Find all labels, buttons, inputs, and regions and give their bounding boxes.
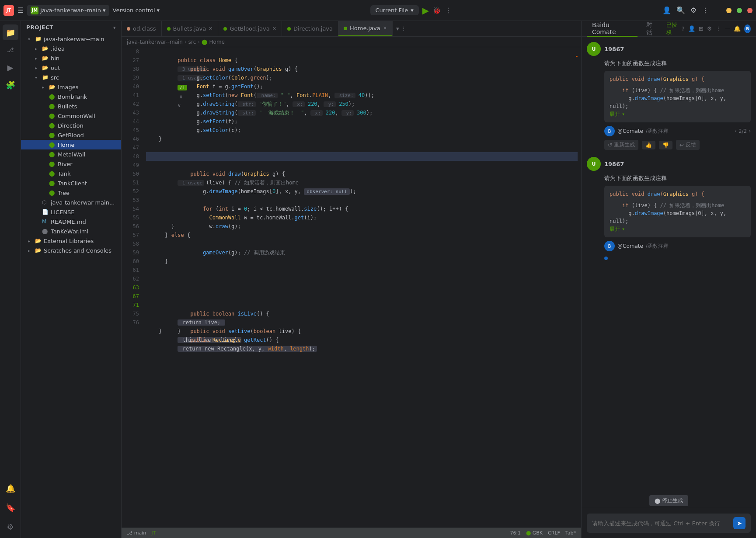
sidebar-item-tree[interactable]: ▸ ⬤ Tree <box>21 188 121 198</box>
tab-getblood[interactable]: GetBlood.java ✕ <box>218 21 282 36</box>
sidebar-item-scratches[interactable]: ▸ 📂 Scratches and Consoles <box>21 246 121 255</box>
sidebar-item-out[interactable]: ▸ 📂 out <box>21 63 121 73</box>
tab-direction[interactable]: Direction.java <box>282 21 338 36</box>
grid-icon[interactable]: ⊞ <box>699 25 704 32</box>
sidebar-item-home[interactable]: ▸ ⬤ Home <box>21 140 121 149</box>
prev-icon[interactable]: ‹ <box>735 128 737 134</box>
status-line-ending[interactable]: CRLF <box>548 530 560 536</box>
hamburger-icon[interactable]: ☰ <box>17 6 24 14</box>
activity-item-bookmark[interactable]: 🔖 <box>3 500 18 515</box>
title-center: Current File ▾ ▶ 🐞 ⋮ <box>163 5 659 16</box>
account-icon[interactable]: 👤 <box>662 6 671 14</box>
breadcrumb-item[interactable]: java-tankerwar--main <box>127 39 183 45</box>
sidebar-item-idea[interactable]: ▸ 📂 .idea <box>21 44 121 53</box>
tab-close-icon[interactable]: ✕ <box>383 25 387 31</box>
sidebar-item-commonwall[interactable]: ▸ ⬤ CommonWall <box>21 111 121 121</box>
code-line: } <box>146 135 578 143</box>
sidebar-item-bombtank[interactable]: ▸ ⬤ BombTank <box>21 92 121 101</box>
tab-bodclass[interactable]: od.class <box>122 21 162 36</box>
expand-button[interactable]: 展开 ▾ <box>610 225 746 233</box>
activity-item-git[interactable]: ⎇ <box>3 42 18 58</box>
status-indentation[interactable]: Tab* <box>565 530 576 536</box>
tab-close-icon[interactable]: ✕ <box>209 26 213 31</box>
tab-close-icon[interactable]: ✕ <box>272 26 276 31</box>
sidebar-item-bullets[interactable]: ▸ ⬤ Bullets <box>21 101 121 111</box>
dislike-button[interactable]: 👎 <box>659 141 672 149</box>
panel-tab-duihua[interactable]: 对话 <box>641 21 663 37</box>
sidebar-item-src[interactable]: ▾ 📁 src <box>21 73 121 82</box>
tab-overflow-menu[interactable]: ▾ ⋮ <box>393 21 410 36</box>
panel-tab-baidu[interactable]: Baidu Comate <box>587 21 638 37</box>
minimize-button[interactable] <box>726 8 732 13</box>
play-button[interactable]: ▶ <box>422 5 429 16</box>
expand-button[interactable]: 展开 ▾ <box>610 110 746 118</box>
code-content[interactable]: public class Home { 3 usages ▲5 ✓1 ∧ ∨ p… <box>143 47 581 528</box>
chat-input[interactable] <box>592 520 730 527</box>
settings-icon[interactable]: ⚙ <box>690 6 697 14</box>
sidebar-item-external[interactable]: ▸ 📂 External Libraries <box>21 236 121 246</box>
java-file-icon: ⬤ <box>49 161 56 167</box>
sidebar-item-readme[interactable]: ▸ M README.md <box>21 217 121 226</box>
run-config[interactable]: Current File ▾ <box>370 5 419 15</box>
code-line <box>146 274 578 283</box>
activity-item-extensions[interactable]: 🧩 <box>3 77 18 93</box>
question-icon[interactable]: ? <box>682 25 685 32</box>
sidebar-item-bin[interactable]: ▸ 📂 bin <box>21 53 121 63</box>
close-button[interactable] <box>747 8 753 13</box>
notification-icon[interactable]: 🔔 <box>734 25 741 32</box>
version-control-button[interactable]: Version control ▾ <box>113 7 160 14</box>
feedback-button[interactable]: ↩ 反馈 <box>676 140 700 150</box>
more-icon[interactable]: ⋮ <box>715 25 721 32</box>
breadcrumb-item[interactable]: ⬤ Home <box>202 39 225 45</box>
sidebar-item-river[interactable]: ▸ ⬤ River <box>21 159 121 169</box>
maximize-button[interactable] <box>737 8 742 13</box>
stop-button[interactable]: ⬤ 停止生成 <box>649 495 688 506</box>
regen-button[interactable]: ↺ 重新生成 <box>604 140 638 150</box>
git-branch-icon: ⎇ <box>127 530 132 536</box>
tab-bullets[interactable]: Bullets.java ✕ <box>162 21 219 36</box>
tree-label: GetBlood <box>58 132 121 139</box>
chat-user: U 19867 <box>587 42 751 56</box>
sidebar-item-tankkewar[interactable]: ▸ ⬤ TanKeWar.iml <box>21 226 121 236</box>
person-icon[interactable]: 👤 <box>688 25 695 32</box>
tab-home[interactable]: Home.java ✕ <box>338 21 393 36</box>
title-bar-left: JT ☰ JM java-tankerwar--main ▾ Version c… <box>3 5 160 16</box>
activity-item-settings[interactable]: ⚙ <box>3 519 18 535</box>
sidebar-tree[interactable]: ▾ 📁 java-tankerwar--main ▸ 📂 .idea ▸ 📂 b… <box>21 34 121 538</box>
activity-bar: 📁 ⎇ ▶ 🧩 🔔 🔖 ⚙ <box>0 21 21 538</box>
activity-item-notifications[interactable]: 🔔 <box>3 480 18 496</box>
settings-icon[interactable]: ⚙ <box>707 25 712 32</box>
debug-button[interactable]: 🐞 <box>432 6 441 14</box>
activity-item-explorer[interactable]: 📁 <box>3 24 18 40</box>
minimize-icon[interactable]: — <box>725 25 730 32</box>
folder-icon: 📂 <box>49 84 56 90</box>
sidebar-item-tankclient[interactable]: ▸ ⬤ TankClient <box>21 178 121 188</box>
chat-user: U 19867 <box>587 157 751 171</box>
activity-item-run[interactable]: ▶ <box>3 59 18 75</box>
sidebar-item-root[interactable]: ▾ 📁 java-tankerwar--main <box>21 34 121 44</box>
search-icon[interactable]: 🔍 <box>676 6 685 14</box>
breadcrumb-item[interactable]: src <box>188 39 196 45</box>
sidebar-item-tank[interactable]: ▸ ⬤ Tank <box>21 169 121 178</box>
sidebar-item-license[interactable]: ▸ 📄 LICENSE <box>21 207 121 217</box>
more-run-icon[interactable]: ⋮ <box>445 6 452 14</box>
sidebar-item-metalwall[interactable]: ▸ ⬤ MetalWall <box>21 149 121 159</box>
like-button[interactable]: 👍 <box>642 141 655 149</box>
project-badge[interactable]: JM java-tankerwar--main ▾ <box>27 5 109 16</box>
sidebar-item-tankerwar-module[interactable]: ▸ ⬡ java-tankerwar-main... <box>21 198 121 207</box>
sidebar-item-images[interactable]: ▸ 📂 Images <box>21 82 121 92</box>
avatar: JM <box>31 7 38 14</box>
editor-area: od.class Bullets.java ✕ GetBlood.java ✕ … <box>122 21 581 538</box>
next-icon[interactable]: › <box>749 128 751 134</box>
status-position[interactable]: 76:1 <box>510 530 521 536</box>
send-button[interactable]: ➤ <box>733 517 746 529</box>
sidebar-item-direction[interactable]: ▸ ⬤ Direction <box>21 121 121 130</box>
tree-label: src <box>51 74 121 81</box>
sidebar-item-getblood[interactable]: ▸ ⬤ GetBlood <box>21 130 121 140</box>
code-line <box>146 266 578 274</box>
more-icon[interactable]: ⋮ <box>702 6 709 14</box>
tab-label: Bullets.java <box>173 25 206 32</box>
tab-dot <box>344 27 347 30</box>
status-branch[interactable]: ⎇ main <box>127 530 146 536</box>
stop-container: ⬤ 停止生成 <box>582 493 756 508</box>
